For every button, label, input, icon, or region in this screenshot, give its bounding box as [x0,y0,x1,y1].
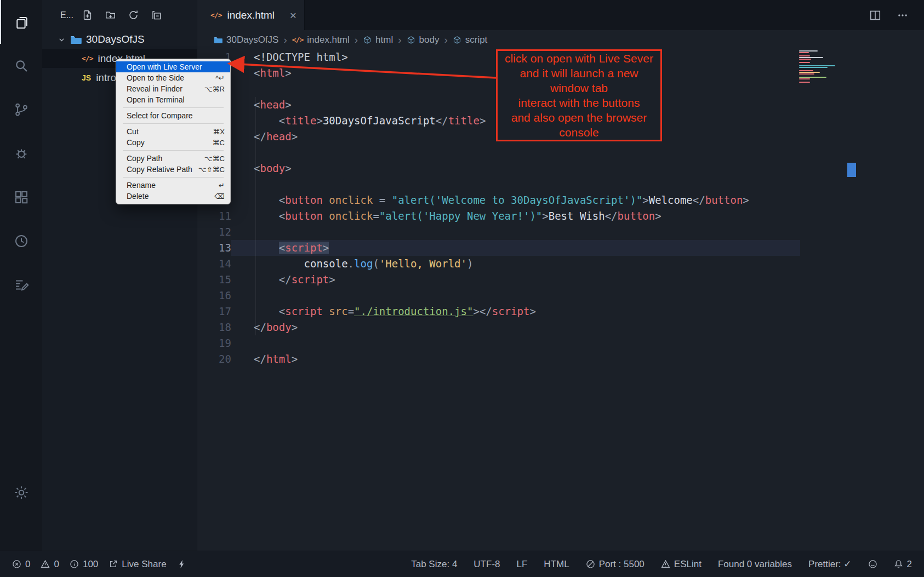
breadcrumb-html[interactable]: html [363,35,393,45]
activity-search[interactable] [0,44,42,88]
status-lf[interactable]: LF [517,559,528,570]
breadcrumb-body[interactable]: body [407,35,440,45]
menu-item-copy-path[interactable]: Copy Path⌥⌘C [116,153,230,164]
chevron-down-icon [58,36,66,44]
status-eslint[interactable]: ESLint [661,559,701,570]
code-line-10[interactable]: 10 <button onclick = "alert('Welcome to … [197,192,924,208]
context-menu: Open with Live ServerOpen to the Side^↵R… [116,59,231,204]
activity-explorer[interactable] [0,0,42,44]
code-line-7[interactable]: 7 [197,145,924,161]
code-line-12[interactable]: 12 [197,224,924,240]
line-number: 20 [197,351,231,367]
activity-extensions[interactable] [0,175,42,219]
breadcrumb-index-html[interactable]: </>index.html [292,35,350,45]
menu-item-copy[interactable]: Copy⌘C [116,137,230,148]
activity-source-control[interactable] [0,88,42,132]
menu-item-rename[interactable]: Rename↵ [116,180,230,191]
code-line-13[interactable]: 13 <script> [197,240,924,256]
refresh-icon[interactable] [128,10,139,20]
warning-icon [661,559,670,569]
activity-debug[interactable] [0,132,42,175]
status-live-share[interactable]: Live Share [109,559,166,570]
status-100[interactable]: 100 [70,559,98,570]
code-line-9[interactable]: 9 [197,176,924,192]
minimap[interactable] [799,50,849,83]
explorer-title: E... [60,10,73,20]
breadcrumb-30daysofjs[interactable]: 30DaysOfJS [214,35,278,45]
port-icon [586,559,595,569]
annotation-text: window tab [498,81,660,95]
js-icon: JS [82,73,91,82]
menu-item-copy-relative-path[interactable]: Copy Relative Path⌥⇧⌘C [116,164,230,175]
menu-separator [123,123,224,124]
html-file-icon: </> [210,11,221,19]
status-utf-8[interactable]: UTF-8 [474,559,500,570]
menu-item-open-to-the-side[interactable]: Open to the Side^↵ [116,72,230,83]
folder-row-30daysofjs[interactable]: 30DaysOfJS [42,30,197,49]
cube-icon [453,36,461,44]
smiley-icon [868,559,877,569]
annotation-text: interact with the buttons [498,95,660,110]
tab-index-html[interactable]: </> index.html × [197,0,305,30]
code-icon: </> [82,54,93,62]
close-icon[interactable]: × [290,9,296,22]
code-icon: </> [292,36,303,44]
breadcrumb-script[interactable]: script [453,35,488,45]
status-prettier[interactable]: Prettier: ✓ [808,558,851,570]
code-line-19[interactable]: 19 [197,335,924,351]
folder-icon [214,36,223,44]
explorer-header: E... [42,0,197,30]
cube-icon [407,36,415,44]
status-left: 00100Live Share [12,559,186,570]
activity-settings[interactable] [0,471,42,515]
activity-history[interactable] [0,219,42,263]
code-line-20[interactable]: 20</html> [197,351,924,367]
menu-item-reveal-in-finder[interactable]: Reveal in Finder⌥⌘R [116,83,230,94]
status-tab-size-4[interactable]: Tab Size: 4 [411,559,457,570]
editor-actions [869,0,924,30]
menu-item-open-with-live-server[interactable]: Open with Live Server [116,61,230,72]
new-file-icon[interactable] [82,10,93,20]
collapse-all-icon[interactable] [151,10,162,20]
status-bar: 00100Live Share Tab Size: 4UTF-8LFHTMLPo… [0,551,924,577]
chevron-right-icon: › [355,34,358,46]
split-editor-icon[interactable] [869,9,881,21]
status-0[interactable]: 0 [12,559,30,570]
status-found-0-variables[interactable]: Found 0 variables [718,559,792,570]
status-smiley[interactable] [868,559,877,569]
menu-separator [123,107,224,108]
line-number: 12 [197,224,231,240]
status-2[interactable]: 2 [894,559,912,570]
chevron-right-icon: › [444,34,447,46]
activity-bar [0,0,42,551]
code-line-8[interactable]: 8<body> [197,161,924,176]
menu-item-select-for-compare[interactable]: Select for Compare [116,110,230,121]
code-line-18[interactable]: 18</body> [197,319,924,335]
status-bolt[interactable] [177,559,186,569]
code-line-17[interactable]: 17 <script src="./introduction.js"></scr… [197,304,924,319]
line-number: 15 [197,272,231,288]
code-line-14[interactable]: 14 console.log('Hello, World') [197,256,924,272]
menu-item-open-in-terminal[interactable]: Open in Terminal [116,94,230,105]
status-port-5500[interactable]: Port : 5500 [586,559,644,570]
code-line-16[interactable]: 16 [197,288,924,304]
line-number: 14 [197,256,231,272]
chevron-right-icon: › [283,34,287,46]
chevron-right-icon: › [398,34,401,46]
menu-item-delete[interactable]: Delete⌫ [116,191,230,202]
menu-item-cut[interactable]: Cut⌘X [116,126,230,137]
code-line-15[interactable]: 15 </script> [197,272,924,288]
status-0[interactable]: 0 [41,559,59,570]
warning-icon [41,559,50,569]
menu-separator [123,177,224,178]
activity-bar-top [0,0,42,307]
annotation-text: and it will launch a new [498,66,660,81]
new-folder-icon[interactable] [105,10,116,20]
annotation-text-block: click on open with Live Severand it will… [498,51,660,140]
status-html[interactable]: HTML [544,559,569,570]
annotation-text: console [498,125,660,140]
activity-feedback[interactable] [0,263,42,307]
more-actions-icon[interactable] [897,9,909,21]
share-icon [109,559,118,569]
code-line-11[interactable]: 11 <button onclick="alert('Happy New Yea… [197,208,924,224]
